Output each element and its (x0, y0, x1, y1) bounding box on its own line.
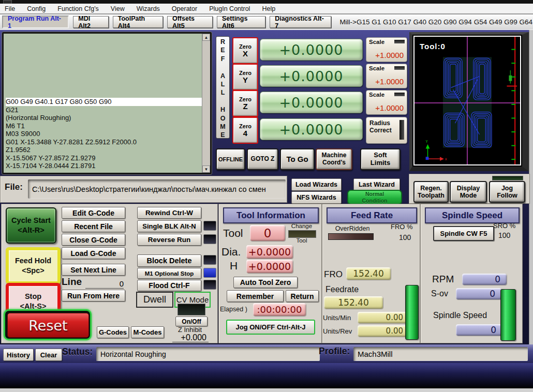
tab-mdi[interactable]: MDI Alt2 (73, 16, 108, 28)
ref-all-home-button[interactable]: R E F A L L H O M E (216, 36, 230, 139)
reverse-run-button[interactable]: Reverse Run (137, 234, 201, 246)
menu-item-plugin-control[interactable]: PlugIn Control (209, 5, 250, 12)
dro-x-axis[interactable]: +0.0000 (260, 39, 363, 61)
gcode-line[interactable]: X-15.5067 Y-27.8572 Z1.9279 (6, 154, 202, 162)
radius-correct-button[interactable]: Radius Correct (366, 117, 407, 144)
feed-hold-button[interactable]: Feed Hold <Spc> (6, 247, 61, 284)
tab-program-run[interactable]: Program Run Alt-1 (2, 16, 69, 28)
gcode-list[interactable]: G00 G49 G40.1 G17 G80 G50 G90 G21 (Horiz… (4, 34, 202, 173)
scale-y[interactable]: Scale +1.0000 (366, 64, 407, 88)
jog-onoff-button[interactable]: Jog ON/OFF Ctrl-Alt-J (226, 320, 315, 335)
scale-x[interactable]: Scale +1.0000 (366, 37, 407, 62)
tool-height-field[interactable]: +0.0000 (246, 260, 293, 273)
gcode-line[interactable]: (Horizontal Roughing) (6, 114, 202, 122)
goto-z-button[interactable]: GOTO Z (247, 148, 278, 170)
tab-settings[interactable]: Settings Alt6 (217, 16, 265, 28)
tab-toolpath[interactable]: ToolPath Alt4 (113, 16, 163, 28)
history-button[interactable]: History (3, 349, 34, 361)
z-inhibit-value[interactable]: +0.000 (172, 333, 209, 342)
menu-item-help[interactable]: Help (262, 5, 275, 12)
set-next-line-button[interactable]: Set Next Line (62, 264, 125, 276)
gcode-line[interactable]: Z1.9562 (6, 146, 202, 154)
tab-offsets[interactable]: Offsets Alt5 (167, 16, 213, 28)
spindle-speed-field[interactable]: 0 (456, 324, 502, 336)
reverse-run-led (203, 234, 216, 244)
tab-diagnostics[interactable]: Diagnostics Alt-7 (270, 16, 331, 28)
regen-toolpath-button[interactable]: Regen. Toolpath (413, 181, 449, 203)
feedrate-value-field[interactable]: 152.40 (324, 296, 383, 309)
jog-follow-button[interactable]: Jog Follow (489, 181, 525, 203)
close-gcode-button[interactable]: Close G-Code (62, 234, 125, 246)
single-blk-button[interactable]: Single BLK Alt-N (137, 220, 201, 232)
dwell-indicator[interactable]: Dwell (136, 292, 173, 308)
profile-label: Profile: (319, 346, 350, 357)
toolpath-display[interactable]: Y X Tool:0 (409, 32, 529, 171)
menu-item-function-cfgs[interactable]: Function Cfg's (57, 5, 99, 12)
zero-y-button[interactable]: Zero Y (232, 64, 258, 91)
cycle-start-button[interactable]: Cycle Start <Alt-R> (6, 207, 56, 244)
gcode-line[interactable]: X-15.7104 Y-28.0444 Z1.8791 (6, 162, 202, 170)
g-codes-button[interactable]: G-Codes (97, 326, 129, 338)
dro-y-axis[interactable]: +0.0000 (260, 65, 363, 87)
zero-x-button[interactable]: Zero X (232, 37, 258, 64)
z-inhibit-onoff-button[interactable]: On/Off (175, 316, 208, 326)
gcode-line[interactable]: G01 X-15.3488 Y-27.8281 Z2.5912 F2000.0 (6, 138, 202, 146)
gcode-line[interactable]: M03 S9000 (6, 130, 202, 138)
run-from-here-button[interactable]: Run From Here (62, 290, 125, 301)
units-rev-field[interactable]: 0.00 (358, 325, 410, 337)
return-button[interactable]: Return (286, 290, 319, 302)
block-delete-button[interactable]: Block Delete (137, 254, 201, 267)
fro-value-field[interactable]: 152.40 (346, 267, 391, 280)
machine-coords-button[interactable]: Machine Coord's (316, 148, 352, 170)
file-path-field[interactable]: C:\Users\rus\Desktop\стратегии\кинджал\п… (28, 179, 286, 199)
to-go-button[interactable]: To Go (280, 148, 315, 170)
zero-4-button[interactable]: Zero 4 (232, 117, 258, 144)
display-mode-button[interactable]: Display Mode (450, 181, 487, 203)
tool-number-field[interactable]: 0 (250, 225, 285, 241)
change-tool-led[interactable] (288, 230, 316, 238)
auto-tool-zero-button[interactable]: Auto Tool Zero (233, 277, 298, 288)
reset-button[interactable]: Reset (4, 309, 92, 340)
tool-diameter-field[interactable]: +0.0000 (246, 245, 293, 259)
line-number-field[interactable]: 0 (85, 279, 124, 289)
dro-4-axis[interactable]: +0.0000 (260, 118, 363, 140)
m1-optional-stop-button[interactable]: M1 Optional Stop (137, 268, 201, 279)
load-wizards-button[interactable]: Load Wizards (291, 178, 342, 191)
gcode-line-current[interactable]: G00 G49 G40.1 G17 G80 G50 G90 (6, 98, 202, 106)
clear-button[interactable]: Clear (35, 349, 62, 361)
toolpath-tool-label: Tool:0 (420, 42, 446, 51)
edit-gcode-button[interactable]: Edit G-Code (62, 207, 125, 219)
gcode-window: G00 G49 G40.1 G17 G80 G50 G90 G21 (Horiz… (2, 32, 212, 174)
menu-item-view[interactable]: View (111, 5, 125, 12)
nfs-wizards-button[interactable]: NFS Wizards (291, 191, 342, 204)
rewind-button[interactable]: Rewind Ctrl-W (137, 207, 201, 219)
menu-bar: File Config Function Cfg's View Wizards … (0, 4, 533, 13)
recent-file-button[interactable]: Recent File (62, 220, 125, 232)
m-codes-button[interactable]: M-Codes (131, 326, 164, 338)
gcode-scrollbar[interactable]: ▲ ▼ (202, 34, 210, 173)
zero-z-button[interactable]: Zero Z (232, 90, 258, 117)
condition-indicator[interactable]: Normal Condition (347, 190, 402, 205)
units-min-field[interactable]: 0.00 (358, 312, 410, 323)
scroll-up-icon[interactable]: ▲ (202, 34, 210, 41)
load-gcode-button[interactable]: Load G-Code (62, 247, 125, 259)
dro-z-axis[interactable]: +0.0000 (260, 92, 363, 113)
spindle-cw-button[interactable]: Spindle CW F5 (433, 226, 494, 241)
z-inhibit-led (177, 304, 205, 315)
gcode-line[interactable]: M6 T1 (6, 122, 202, 130)
soft-limits-button[interactable]: Soft Limits (360, 148, 401, 170)
gcode-line[interactable]: G21 (6, 106, 202, 114)
remember-button[interactable]: Remember (227, 290, 284, 302)
offline-button[interactable]: OFFLINE (216, 148, 245, 170)
overridden-bar (328, 233, 374, 240)
menu-item-config[interactable]: Config (27, 5, 46, 12)
flood-button[interactable]: Flood Ctrl-F (137, 280, 201, 291)
menu-item-operator[interactable]: Operator (172, 5, 197, 12)
scale-z[interactable]: Scale +1.0000 (366, 90, 407, 115)
last-wizard-button[interactable]: Last Wizard (353, 178, 400, 191)
active-gcodes-readout: Mill->G15 G1 G10 G17 G40 G20 G90 G94 G54… (339, 18, 533, 26)
scroll-down-icon[interactable]: ▼ (202, 165, 210, 173)
menu-item-file[interactable]: File (5, 5, 15, 12)
reset-button-face: Reset (7, 313, 89, 338)
menu-item-wizards[interactable]: Wizards (137, 5, 160, 12)
